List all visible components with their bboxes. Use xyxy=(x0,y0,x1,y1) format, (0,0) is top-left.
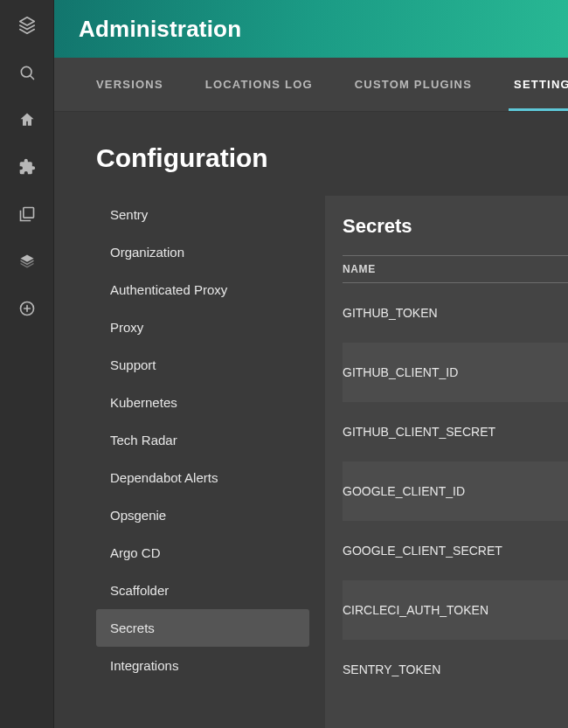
sidenav-item-tech-radar[interactable]: Tech Radar xyxy=(96,421,309,459)
secret-name: CIRCLECI_AUTH_TOKEN xyxy=(343,603,488,617)
tab-locations-log[interactable]: LOCATIONS LOG xyxy=(205,59,313,110)
home-icon[interactable] xyxy=(17,110,37,129)
tab-custom-plugins[interactable]: CUSTOM PLUGINS xyxy=(355,59,472,110)
sidenav-item-dependabot-alerts[interactable]: Dependabot Alerts xyxy=(96,459,309,496)
page-header: Administration xyxy=(54,0,568,58)
page-title: Configuration xyxy=(96,143,568,173)
config-sidenav: Sentry Organization Authenticated Proxy … xyxy=(96,196,309,728)
sidenav-item-organization[interactable]: Organization xyxy=(96,233,309,271)
sidenav-item-opsgenie[interactable]: Opsgenie xyxy=(96,496,309,534)
main-area: Administration VERSIONS LOCATIONS LOG CU… xyxy=(54,0,568,728)
sidenav-item-authenticated-proxy[interactable]: Authenticated Proxy xyxy=(96,271,309,309)
app-logo-icon[interactable] xyxy=(17,16,37,35)
columns: Sentry Organization Authenticated Proxy … xyxy=(96,196,568,728)
page-header-title: Administration xyxy=(79,16,241,43)
svg-rect-3 xyxy=(23,208,33,218)
extension-icon[interactable] xyxy=(17,157,37,177)
secret-name: GITHUB_TOKEN xyxy=(343,306,438,320)
tab-versions[interactable]: VERSIONS xyxy=(96,59,163,110)
secret-name: SENTRY_TOKEN xyxy=(343,662,440,676)
sidenav-item-integrations[interactable]: Integrations xyxy=(96,647,309,684)
left-rail xyxy=(0,0,54,728)
table-row[interactable]: GOOGLE_CLIENT_ID xyxy=(343,461,568,521)
sidenav-item-sentry[interactable]: Sentry xyxy=(96,196,309,233)
table-row[interactable]: SENTRY_TOKEN xyxy=(343,640,568,699)
svg-line-2 xyxy=(30,76,33,80)
table-row[interactable]: GITHUB_CLIENT_ID xyxy=(343,343,568,402)
sidenav-item-scaffolder[interactable]: Scaffolder xyxy=(96,572,309,609)
secret-name: GITHUB_CLIENT_SECRET xyxy=(343,425,495,439)
search-icon[interactable] xyxy=(17,63,37,82)
sidenav-item-kubernetes[interactable]: Kubernetes xyxy=(96,384,309,421)
svg-marker-0 xyxy=(19,17,34,25)
library-icon[interactable] xyxy=(17,205,37,224)
secrets-table-header-name: NAME xyxy=(343,255,568,283)
layers-icon[interactable] xyxy=(17,252,37,271)
sidenav-item-secrets[interactable]: Secrets xyxy=(96,609,309,647)
table-row[interactable]: GOOGLE_CLIENT_SECRET xyxy=(343,521,568,580)
secret-name: GITHUB_CLIENT_ID xyxy=(343,365,458,379)
secrets-panel: Secrets NAME GITHUB_TOKEN GITHUB_CLIENT_… xyxy=(325,196,568,728)
content: Configuration Sentry Organization Authen… xyxy=(54,112,568,728)
tab-bar: VERSIONS LOCATIONS LOG CUSTOM PLUGINS SE… xyxy=(54,58,568,112)
sidenav-item-support[interactable]: Support xyxy=(96,346,309,384)
secret-name: GOOGLE_CLIENT_ID xyxy=(343,484,465,498)
table-row[interactable]: CIRCLECI_AUTH_TOKEN xyxy=(343,580,568,640)
table-row[interactable]: GITHUB_CLIENT_SECRET xyxy=(343,402,568,461)
secrets-table-body: GITHUB_TOKEN GITHUB_CLIENT_ID GITHUB_CLI… xyxy=(343,283,568,699)
secret-name: GOOGLE_CLIENT_SECRET xyxy=(343,544,502,558)
add-circle-icon[interactable] xyxy=(17,299,37,318)
sidenav-item-argo-cd[interactable]: Argo CD xyxy=(96,534,309,572)
tab-settings[interactable]: SETTINGS xyxy=(514,59,568,110)
sidenav-item-proxy[interactable]: Proxy xyxy=(96,309,309,346)
secrets-panel-title: Secrets xyxy=(343,215,568,238)
table-row[interactable]: GITHUB_TOKEN xyxy=(343,283,568,343)
app-root: Administration VERSIONS LOCATIONS LOG CU… xyxy=(0,0,568,728)
